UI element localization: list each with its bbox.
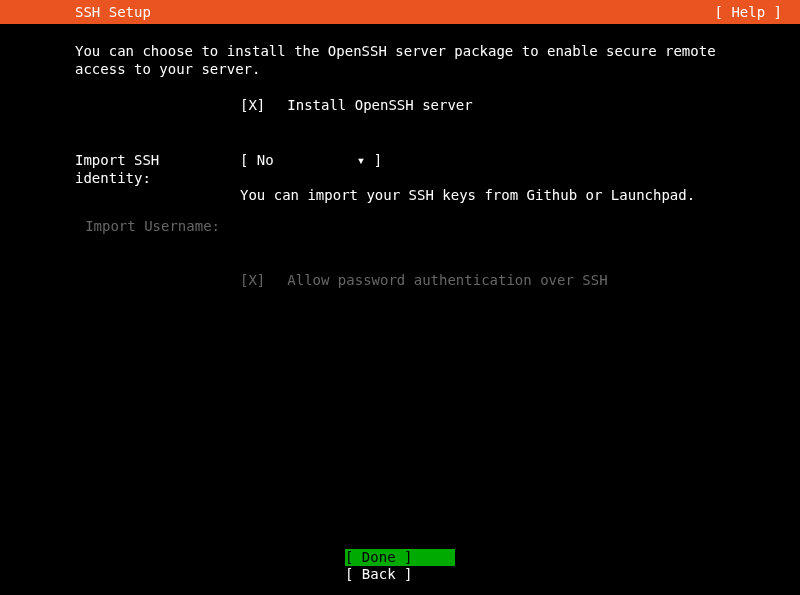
import-identity-select[interactable]: [ No▾ ] — [240, 151, 382, 187]
header-bar: SSH Setup [ Help ] — [0, 0, 800, 24]
spacer — [75, 96, 240, 114]
import-identity-label: Import SSH identity: — [75, 151, 240, 187]
spacer — [75, 271, 240, 289]
allow-password-row: [X] Allow password authentication over S… — [75, 271, 725, 289]
install-openssh-row: [X] Install OpenSSH server — [75, 96, 725, 114]
done-button[interactable]: [ Done ] — [345, 549, 455, 566]
import-username-label: Import Username: — [75, 217, 240, 235]
import-identity-help: You can import your SSH keys from Github… — [240, 187, 725, 203]
footer: [ Done ] [ Back ] — [0, 549, 800, 583]
install-openssh-label: Install OpenSSH server — [287, 96, 472, 114]
help-button[interactable]: [ Help ] — [715, 4, 782, 20]
page-title: SSH Setup — [75, 4, 151, 20]
back-button[interactable]: [ Back ] — [345, 566, 455, 583]
import-identity-value: No — [257, 151, 357, 169]
bracket-left: [ — [240, 152, 257, 168]
install-openssh-checkbox[interactable]: [X] — [240, 96, 265, 114]
main-content: You can choose to install the OpenSSH se… — [0, 24, 800, 289]
import-identity-row: Import SSH identity: [ No▾ ] — [75, 151, 725, 187]
allow-password-checkbox: [X] — [240, 271, 265, 289]
bracket-right: ] — [365, 152, 382, 168]
description-text: You can choose to install the OpenSSH se… — [75, 42, 725, 78]
allow-password-label: Allow password authentication over SSH — [287, 271, 607, 289]
import-username-row: Import Username: — [75, 217, 725, 235]
